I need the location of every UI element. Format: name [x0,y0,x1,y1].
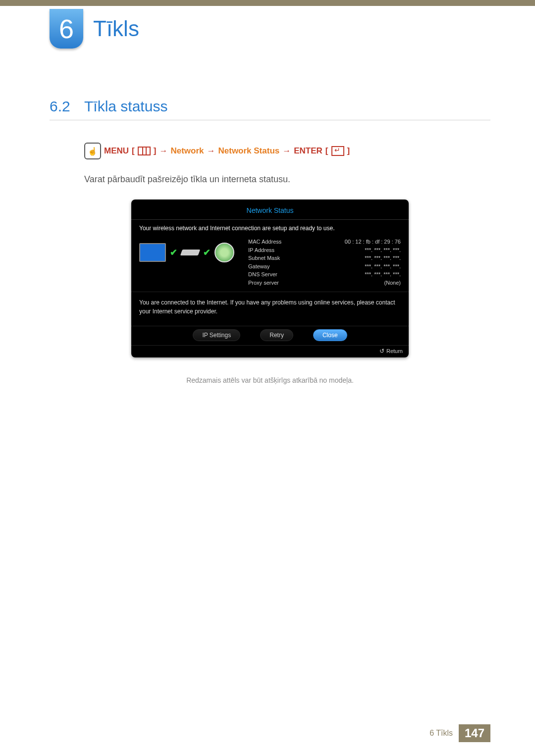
globe-icon [214,243,234,262]
enter-label: ENTER [294,146,322,156]
nav-network: Network [170,146,204,156]
monitor-icon [139,243,166,262]
section-header: 6.2 Tīkla statuss [50,98,490,120]
footer-label: 6 Tīkls [429,729,453,738]
top-bar [0,0,535,6]
bracket-open: [ [132,146,135,156]
table-row: Gateway***. ***. ***. ***. [248,262,401,271]
panel-mid: ✔ ✔ MAC Address00 : 12 : fb : df : 29 : … [131,236,409,292]
check-icon: ✔ [170,247,177,258]
check-icon: ✔ [203,247,211,258]
panel-help-message: You are connected to the Internet. If yo… [131,292,409,326]
table-row: Proxy server(None) [248,279,401,287]
arrow-icon: → [207,146,215,156]
section-title: Tīkla statuss [84,98,167,115]
table-row: DNS Server***. ***. ***. ***. [248,270,401,279]
network-status-panel: Network Status Your wireless network and… [131,200,409,357]
chapter-title: Tīkls [93,16,139,41]
page-footer: 6 Tīkls 147 [429,724,490,742]
arrow-icon: → [159,146,167,156]
ip-settings-button[interactable]: IP Settings [193,329,240,341]
table-row: Subnet Mask***. ***. ***. ***. [248,254,401,262]
bracket-close: ] [154,146,157,156]
bracket-close: ] [347,146,350,156]
chapter-number: 6 [59,13,74,44]
hand-icon: ☝ [84,143,101,159]
enter-icon [331,146,344,156]
nav-network-status: Network Status [218,146,279,156]
menu-label: MENU [104,146,129,156]
connection-graphic: ✔ ✔ [139,238,238,267]
body-text: Varat pārbaudīt pašreizējo tīkla un inte… [84,174,490,185]
return-icon: ↺ [379,348,384,354]
network-info-table: MAC Address00 : 12 : fb : df : 29 : 76 I… [248,238,401,287]
panel-buttons: IP Settings Retry Close [131,326,409,346]
chapter-tab: 6 [50,9,83,49]
table-row: IP Address***. ***. ***. ***. [248,246,401,254]
table-row: MAC Address00 : 12 : fb : df : 29 : 76 [248,238,401,246]
section-number: 6.2 [50,98,84,115]
bracket-open: [ [325,146,328,156]
retry-button[interactable]: Retry [260,329,293,341]
panel-title: Network Status [131,204,409,220]
caption-text: Redzamais attēls var būt atšķirīgs atkar… [50,372,490,384]
arrow-icon: → [282,146,291,156]
panel-status-message: Your wireless network and Internet conne… [131,220,409,236]
return-hint: ↺Return [131,346,409,354]
menu-icon [138,147,151,155]
page-number: 147 [459,724,490,742]
close-button[interactable]: Close [313,329,347,341]
menu-navigation: ☝ MENU [ ] → Network → Network Status → … [84,143,490,159]
chapter-header: 6 Tīkls [50,0,490,49]
router-icon [180,250,200,255]
